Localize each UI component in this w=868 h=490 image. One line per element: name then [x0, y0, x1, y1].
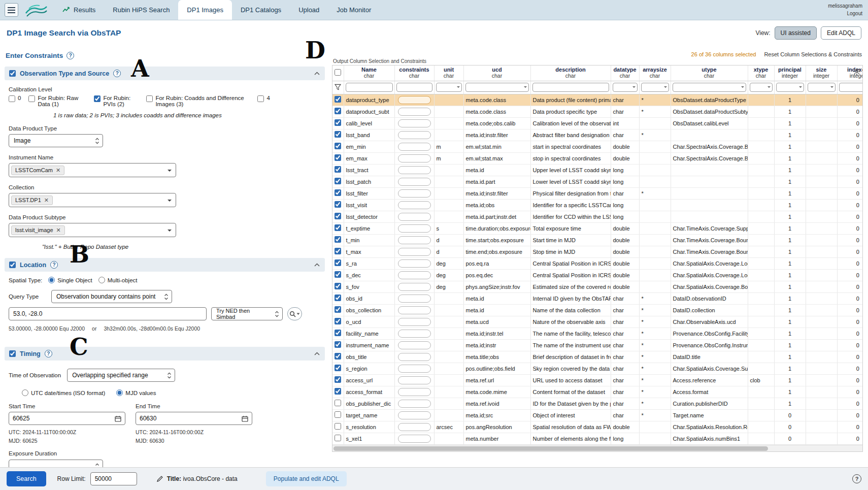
constraint-input[interactable] — [398, 189, 431, 198]
end-time-input[interactable] — [140, 415, 242, 422]
constraint-input[interactable] — [398, 178, 431, 186]
filter-icon[interactable] — [335, 84, 341, 90]
column-header-utype[interactable]: utype — [673, 67, 746, 73]
tab-results[interactable]: Results — [54, 0, 104, 20]
scrollbar-thumb[interactable] — [333, 446, 768, 451]
bottom-help-icon[interactable]: ? — [852, 474, 861, 483]
timing-enable-checkbox[interactable] — [9, 350, 16, 357]
table-row[interactable]: access_url meta.ref.url URL used to acce… — [332, 374, 863, 386]
column-header-size[interactable]: size — [808, 67, 835, 73]
constraint-input[interactable] — [398, 295, 431, 303]
calib-checkbox-pvis[interactable] — [94, 95, 101, 102]
constraint-input[interactable] — [398, 423, 431, 431]
location-enable-checkbox[interactable] — [9, 262, 16, 268]
table-row[interactable]: s_ra deg pos.eq.ra Central Spatial Posit… — [332, 257, 863, 269]
table-row[interactable]: s_resolution arcsec pos.angResolution Sp… — [332, 421, 863, 433]
constraint-input[interactable] — [398, 213, 431, 221]
constraint-input[interactable] — [398, 341, 431, 349]
row-select-checkbox[interactable] — [335, 423, 341, 430]
chip-remove-icon[interactable]: ✕ — [56, 227, 61, 234]
calib-checkbox-4[interactable] — [257, 95, 264, 102]
tab-dp1-catalogs[interactable]: DP1 Catalogs — [232, 0, 290, 20]
constraint-input[interactable] — [398, 224, 431, 233]
query-type-select[interactable]: Observation boundary contains point — [51, 290, 172, 303]
horizontal-scrollbar[interactable] — [332, 445, 862, 451]
calendar-icon[interactable] — [115, 415, 121, 422]
row-select-checkbox[interactable] — [335, 189, 341, 196]
select-all-checkbox[interactable] — [335, 69, 341, 76]
table-row[interactable]: lsst_visit meta.id;obs Identifier for a … — [332, 199, 863, 211]
instrument-name-select[interactable]: LSSTComCam ✕ — [9, 163, 176, 177]
single-object-radio-input[interactable] — [48, 277, 55, 283]
filter-description-input[interactable] — [532, 83, 609, 92]
filter-indexed-select[interactable] — [839, 83, 863, 92]
constraint-input[interactable] — [398, 131, 431, 139]
row-select-checkbox[interactable] — [335, 341, 341, 348]
row-select-checkbox[interactable] — [335, 353, 341, 360]
table-row[interactable]: obs_collection meta.id Name of the data … — [332, 304, 863, 316]
constraint-input[interactable] — [398, 306, 431, 314]
location-collapse-icon[interactable] — [314, 263, 320, 267]
populate-edit-adql-button[interactable]: Populate and edit ADQL — [266, 471, 347, 486]
row-select-checkbox[interactable] — [335, 318, 341, 324]
constraint-input[interactable] — [398, 388, 431, 396]
constraint-input[interactable] — [398, 400, 431, 408]
coordinates-input[interactable] — [9, 307, 207, 320]
constraint-input[interactable] — [398, 201, 431, 209]
resolve-search-button[interactable] — [287, 307, 302, 320]
filter-name-input[interactable] — [346, 83, 393, 92]
table-row[interactable]: s_xel1 meta.number Number of elements al… — [332, 433, 863, 444]
constraint-input[interactable] — [398, 236, 431, 244]
table-row[interactable]: lsst_band meta.id;instr.filter Abstract … — [332, 129, 863, 141]
column-header-constraints[interactable]: constraints — [397, 67, 432, 73]
constraint-input[interactable] — [398, 330, 431, 338]
row-select-checkbox[interactable] — [335, 236, 341, 243]
row-select-checkbox[interactable] — [335, 435, 341, 441]
row-select-checkbox[interactable] — [335, 154, 341, 161]
column-header-datatype[interactable]: datatype — [613, 67, 637, 73]
resolver-select[interactable]: Try NED then Simbad — [211, 307, 283, 320]
table-row[interactable]: obs_title meta.title;obs Brief descripti… — [332, 351, 863, 363]
constraint-input[interactable] — [398, 108, 431, 116]
row-select-checkbox[interactable] — [335, 96, 341, 103]
table-row[interactable]: lsst_patch meta.id.part Lower level of L… — [332, 176, 863, 187]
constraint-input[interactable] — [398, 411, 431, 419]
observation-help-icon[interactable]: ? — [113, 70, 121, 77]
table-row[interactable]: dataproduct_type meta.code.class Data pr… — [332, 94, 863, 106]
calib-checkbox-0[interactable] — [9, 95, 15, 102]
constraint-input[interactable] — [398, 283, 431, 291]
row-select-checkbox[interactable] — [335, 306, 341, 313]
view-edit-adql-button[interactable]: Edit ADQL — [821, 26, 861, 40]
table-row[interactable]: target_name meta.id;src Object of intere… — [332, 409, 863, 421]
column-header-xtype[interactable]: xtype — [750, 67, 772, 73]
table-row[interactable]: s_region pos.outline;obs.field Sky regio… — [332, 363, 863, 374]
table-row[interactable]: instrument_name meta.id;instr The name o… — [332, 339, 863, 351]
filter-utype-select[interactable] — [673, 83, 746, 92]
observation-collapse-icon[interactable] — [314, 71, 320, 76]
table-row[interactable]: lsst_filter meta.id;instr.filter Physica… — [332, 187, 863, 199]
exposure-duration-select[interactable] — [9, 460, 103, 467]
utc-format-radio-input[interactable] — [22, 389, 28, 396]
table-row[interactable]: s_dec deg pos.eq.dec Central Spatial Pos… — [332, 269, 863, 281]
table-row[interactable]: t_min d time.start;obs.exposure Start ti… — [332, 234, 863, 246]
chip-remove-icon[interactable]: ✕ — [56, 167, 60, 174]
constraint-input[interactable] — [398, 376, 431, 384]
tab-rubin-hips-search[interactable]: Rubin HiPS Search — [104, 0, 178, 20]
constraint-input[interactable] — [398, 154, 431, 162]
single-object-radio[interactable]: Single Object — [48, 277, 92, 283]
constraints-help-icon[interactable]: ? — [66, 52, 74, 59]
constraint-input[interactable] — [398, 119, 431, 127]
collection-select[interactable]: LSST.DP1 ✕ — [9, 193, 176, 207]
constraint-input[interactable] — [398, 143, 431, 151]
row-select-checkbox[interactable] — [335, 295, 341, 301]
chip-remove-icon[interactable]: ✕ — [44, 197, 49, 204]
column-header-description[interactable]: description — [533, 67, 609, 73]
calib-option-pvis[interactable]: For Rubin: PVIs (2) — [94, 95, 139, 107]
tab-dp1-images[interactable]: DP1 Images — [178, 0, 232, 20]
row-select-checkbox[interactable] — [335, 330, 341, 336]
tab-upload[interactable]: Upload — [290, 0, 328, 20]
tab-job-monitor[interactable]: Job Monitor — [328, 0, 380, 20]
edit-title-pencil-icon[interactable] — [156, 475, 163, 482]
row-select-checkbox[interactable] — [335, 108, 341, 114]
table-row[interactable]: obs_id meta.id Internal ID given by the … — [332, 292, 863, 304]
